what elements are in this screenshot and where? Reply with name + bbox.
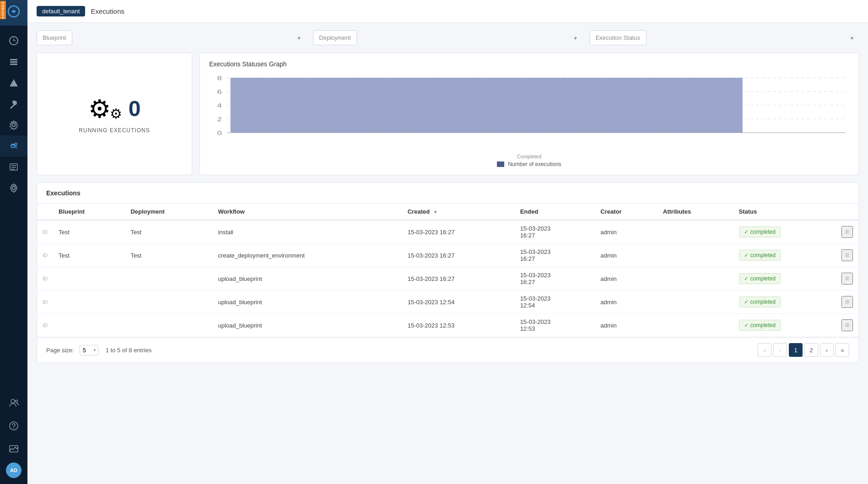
row-id: ID [37,314,53,337]
svg-text:2: 2 [217,116,222,122]
row-status: ✓ completed [733,267,836,290]
row-id: ID [37,290,53,314]
row-workflow: upload_blueprint [212,314,402,337]
page-next-button[interactable]: › [820,343,834,357]
row-menu-button[interactable]: ≡ [841,249,853,261]
svg-rect-4 [10,64,17,65]
table-head: Blueprint Deployment Workflow Created ▼ … [37,204,858,220]
executions-table: Blueprint Deployment Workflow Created ▼ … [37,204,858,337]
executions-card: Executions Blueprint Deployment Workflow… [37,183,859,363]
sidebar-item-blueprints[interactable] [0,51,27,72]
sidebar-item-help[interactable] [6,415,22,436]
row-creator: admin [595,220,657,244]
status-filter[interactable]: Execution Status [590,30,647,45]
row-workflow: upload_blueprint [212,290,402,314]
svg-point-13 [11,399,15,403]
row-menu-button[interactable]: ≡ [841,296,853,308]
th-actions [836,204,858,220]
page-prev-button[interactable]: ‹ [773,343,787,357]
sidebar-item-user-management[interactable] [6,393,22,414]
deployment-filter-wrapper: Deployment [313,30,582,45]
check-icon: ✓ [744,275,749,282]
row-menu-button[interactable]: ≡ [841,273,853,285]
table-header-row: Blueprint Deployment Workflow Created ▼ … [37,204,858,220]
row-workflow: upload_blueprint [212,267,402,290]
sidebar: EXPIRED [0,0,27,484]
row-status: ✓ completed [733,314,836,337]
status-filter-wrapper: Execution Status [590,30,859,45]
row-ended: 15-03-202316:27 [515,267,595,290]
page-first-button[interactable]: « [758,343,771,357]
row-status: ✓ completed [733,244,836,267]
row-menu-button[interactable]: ≡ [841,319,853,331]
th-blueprint: Blueprint [53,204,125,220]
avatar: AD [6,462,22,478]
blueprint-filter[interactable]: Blueprint [37,30,72,45]
tenant-badge[interactable]: default_tenant [37,6,85,16]
chart-area: 8 6 4 2 0 [209,73,849,156]
check-icon: ✓ [744,322,749,328]
deployment-filter[interactable]: Deployment [313,30,357,45]
row-attributes [658,267,733,290]
row-deployment [125,267,212,290]
svg-rect-3 [10,61,17,63]
row-ended: 15-03-202316:27 [515,244,595,267]
row-ended: 15-03-202316:27 [515,220,595,244]
executions-header: Executions [37,183,858,204]
row-menu-button[interactable]: ≡ [841,226,853,238]
row-blueprint: Test [53,220,125,244]
row-id: ID [37,267,53,290]
sidebar-bottom: AD [6,393,22,484]
check-icon: ✓ [744,252,749,258]
row-attributes [658,244,733,267]
row-attributes [658,290,733,314]
row-ended: 15-03-202312:53 [515,314,595,337]
sidebar-item-deployments[interactable] [0,72,27,93]
row-created: 15-03-2023 16:27 [402,220,515,244]
table-row: ID Test Test create_deployment_environme… [37,244,858,267]
sidebar-item-monitor[interactable] [6,438,22,459]
svg-text:4: 4 [217,102,222,108]
row-deployment: Test [125,244,212,267]
row-menu: ≡ [836,220,858,244]
svg-text:8: 8 [217,75,222,81]
page-2-button[interactable]: 2 [804,343,818,357]
pagination-controls: « ‹ 1 2 › » [758,343,849,357]
row-id: ID [37,220,53,244]
row-status: ✓ completed [733,290,836,314]
sidebar-item-plugins[interactable] [0,93,27,114]
th-creator: Creator [595,204,657,220]
stats-chart-row: ⚙ ⚙ 0 RUNNING EXECUTIONS Executions Stat… [37,53,859,175]
sidebar-item-dashboard[interactable] [0,30,27,51]
table-row: ID upload_blueprint 15-03-2023 16:27 15-… [37,267,858,290]
row-menu: ≡ [836,290,858,314]
sidebar-item-settings[interactable] [0,177,27,199]
row-blueprint [53,314,125,337]
main-content: default_tenant Executions Blueprint Depl… [27,0,868,484]
row-deployment [125,314,212,337]
svg-text:6: 6 [217,89,222,95]
page-last-button[interactable]: » [836,343,849,357]
sidebar-item-executions[interactable] [0,135,27,156]
check-icon: ✓ [744,299,749,305]
sort-icon: ▼ [433,210,438,215]
th-ended: Ended [515,204,595,220]
chart-title: Executions Statuses Graph [209,60,849,68]
th-created[interactable]: Created ▼ [402,204,515,220]
row-workflow: install [212,220,402,244]
row-attributes [658,314,733,337]
sidebar-item-system-settings[interactable] [0,114,27,135]
chart-svg: 8 6 4 2 0 [209,73,849,146]
row-deployment: Test [125,220,212,244]
sidebar-item-logs[interactable] [0,156,27,177]
page-size-select[interactable]: 5 10 20 [80,345,98,355]
page-1-button[interactable]: 1 [789,343,803,357]
sidebar-item-avatar[interactable]: AD [6,461,22,479]
pagination-row: Page size: 5 10 20 1 to 5 of 8 entries «… [37,337,858,362]
row-deployment [125,290,212,314]
page-size-wrapper: 5 10 20 [80,345,98,355]
row-blueprint: Test [53,244,125,267]
th-status: Status [733,204,836,220]
svg-point-5 [12,124,16,127]
svg-point-14 [16,400,18,403]
